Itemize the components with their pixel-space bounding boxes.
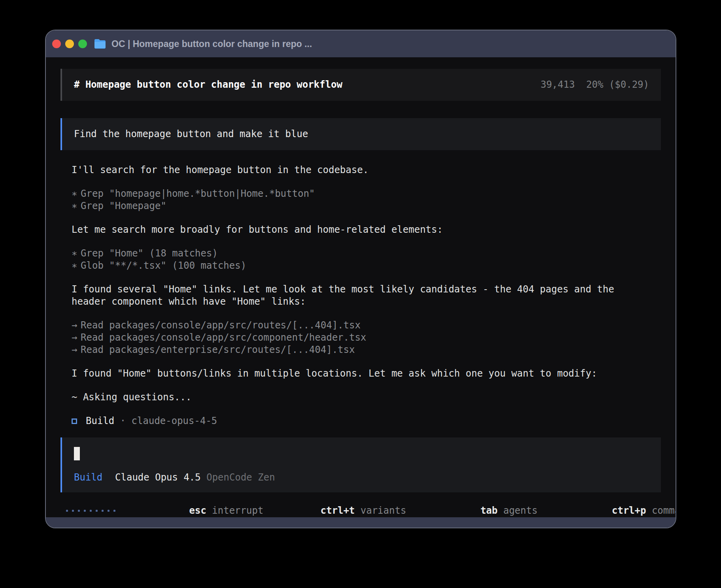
hint-key: ctrl+p (612, 505, 646, 516)
hint-interrupt: escinterrupt (132, 492, 263, 517)
tool-call-read: →Read packages/console/app/src/routes/[.… (72, 319, 650, 332)
arrow-right-icon: → (72, 319, 81, 332)
session-stats: 39,413 20% ($0.29) (540, 79, 649, 91)
tool-call-grep: ∗Grep "homepage|home.*button|Home.*butto… (72, 188, 650, 200)
provider-name: OpenCode Zen (206, 471, 275, 484)
tool-call-group: ∗Grep "homepage|home.*button|Home.*butto… (72, 188, 650, 212)
tool-call-glob: ∗Glob "**/*.tsx" (100 matches) (72, 260, 650, 272)
hint-key: tab (480, 505, 497, 516)
model-name: Claude Opus 4.5 (115, 471, 201, 484)
working-status: ~ Asking questions... (72, 391, 650, 403)
tool-marker-icon: ∗ (72, 200, 81, 212)
traffic-lights (52, 40, 87, 48)
assistant-paragraph: Let me search more broadly for buttons a… (72, 224, 650, 236)
agent-status-line: Build · claude-opus-4-5 (72, 415, 650, 427)
tool-call-text: Grep "homepage|home.*button|Home.*button… (81, 188, 315, 199)
assistant-paragraph: I'll search for the homepage button in t… (72, 164, 650, 176)
hint-label: variants (360, 505, 406, 516)
hint-key: esc (189, 505, 206, 516)
context-cost: 20% ($0.29) (586, 79, 649, 91)
prompt-input[interactable]: Build Claude Opus 4.5 OpenCode Zen (60, 437, 661, 492)
hint-label: agents (503, 505, 538, 516)
window-title: OC | Homepage button color change in rep… (111, 39, 312, 49)
hint-key: ctrl+t (321, 505, 355, 516)
tool-call-text: Read packages/console/app/src/routes/[..… (81, 320, 360, 331)
tool-call-text: Grep "Home" (18 matches) (81, 248, 218, 259)
tool-call-grep: ∗Grep "Home" (18 matches) (72, 247, 650, 260)
tool-call-text: Glob "**/*.tsx" (100 matches) (81, 260, 246, 271)
hint-commands: ctrl+pcommands (555, 492, 676, 517)
status-bar: escinterrupt ctrl+tvariants tabagents ct… (60, 492, 661, 517)
arrow-right-icon: → (72, 332, 81, 344)
close-button[interactable] (52, 40, 61, 48)
user-message: Find the homepage button and make it blu… (60, 118, 661, 150)
model-row: Build Claude Opus 4.5 OpenCode Zen (74, 471, 649, 484)
tool-call-text: Grep "Homepage" (81, 200, 166, 211)
titlebar: OC | Homepage button color change in rep… (46, 30, 676, 57)
token-count: 39,413 (540, 79, 575, 91)
tool-marker-icon: ∗ (72, 247, 81, 260)
tool-marker-icon: ∗ (72, 188, 81, 200)
assistant-response: I'll search for the homepage button in t… (60, 164, 661, 437)
tool-call-read: →Read packages/enterprise/src/routes/[..… (72, 344, 650, 356)
user-message-text: Find the homepage button and make it blu… (74, 128, 308, 139)
separator-dot: · (120, 415, 126, 427)
hint-label: commands (652, 505, 676, 516)
tool-call-grep: ∗Grep "Homepage" (72, 200, 650, 212)
assistant-paragraph: I found several "Home" links. Let me loo… (72, 283, 650, 308)
mode-label: Build (74, 471, 102, 484)
folder-icon (94, 39, 106, 49)
spinner-dots-icon (66, 510, 115, 512)
tool-marker-icon: ∗ (72, 260, 81, 272)
tool-call-text: Read packages/enterprise/src/routes/[...… (81, 344, 355, 355)
session-header: # Homepage button color change in repo w… (60, 69, 661, 101)
assistant-paragraph: I found "Home" buttons/links in multiple… (72, 368, 650, 380)
tool-call-text: Read packages/console/app/src/component/… (81, 332, 366, 343)
agent-name: Build (86, 415, 114, 427)
agent-build-icon (72, 418, 77, 424)
agent-model: claude-opus-4-5 (132, 415, 217, 427)
arrow-right-icon: → (72, 344, 81, 356)
read-call-group: →Read packages/console/app/src/routes/[.… (72, 319, 650, 356)
text-cursor (74, 447, 80, 460)
hint-variants: ctrl+tvariants (263, 492, 406, 517)
tool-call-group: ∗Grep "Home" (18 matches) ∗Glob "**/*.ts… (72, 247, 650, 272)
terminal-window: OC | Homepage button color change in rep… (45, 30, 676, 528)
hint-label: interrupt (212, 505, 263, 516)
status-left: escinterrupt (60, 492, 263, 517)
window-bottom-strip (46, 517, 676, 528)
zoom-button[interactable] (78, 40, 87, 48)
session-title: # Homepage button color change in repo w… (74, 79, 342, 91)
tool-call-read: →Read packages/console/app/src/component… (72, 332, 650, 344)
status-right: ctrl+tvariants tabagents ctrl+pcommands (263, 492, 676, 517)
terminal-content: # Homepage button color change in repo w… (46, 57, 676, 517)
hint-agents: tabagents (423, 492, 538, 517)
minimize-button[interactable] (65, 40, 74, 48)
